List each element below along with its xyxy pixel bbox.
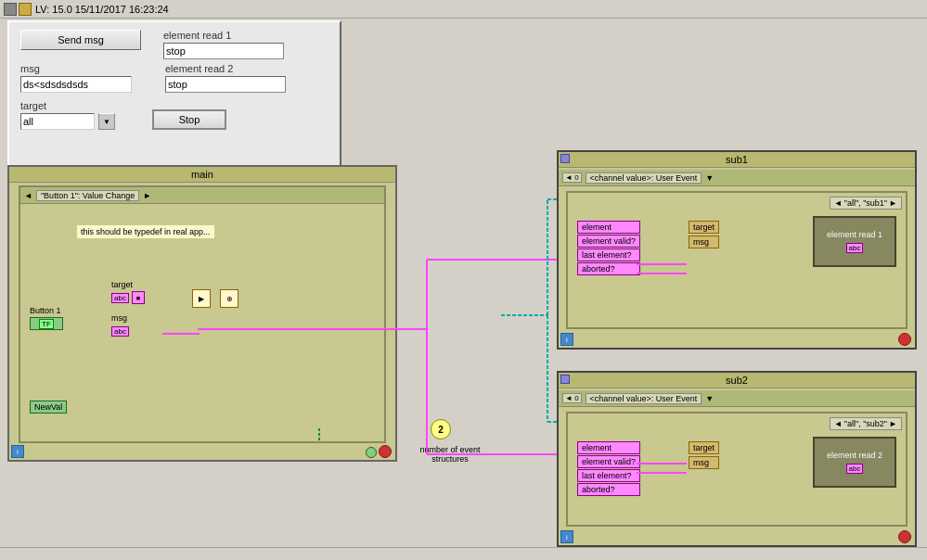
main-stop-indicator [379,445,392,458]
num-label: number of event structures [408,445,492,464]
target-abc-node: abc ■ [111,291,145,304]
send-msg-button[interactable]: Send msg [20,30,141,50]
sub1-event-header: ◄ 0 <channel value>: User Event ▼ [559,170,915,186]
sub2-info-icon[interactable]: i [560,530,573,543]
event-arrow-left[interactable]: ◄ [24,191,32,200]
msg-input[interactable] [20,76,132,93]
main-block: main ◄ "Button 1": Value Change ► this s… [7,165,397,462]
sub2-dropdown[interactable]: ▼ [705,394,714,403]
sub1-target-node: target [689,221,719,234]
sub2-element-group: element element valid? last element? abo… [577,441,640,496]
sub1-element-read-label: element read 1 [827,230,882,239]
sub1-stop-indicator [898,333,911,346]
sub2-element-read-vi: element read 2 abc [813,437,896,488]
event-arrow-right[interactable]: ► [143,191,151,200]
top-bar: LV: 15.0 15/11/2017 16:23:24 [0,0,927,19]
sub2-last-element-node: last element? [577,469,640,482]
msg-label: msg [20,63,132,74]
sub2-element-valid-node: element valid? [577,455,640,468]
sub1-dropdown[interactable]: ▼ [705,173,714,183]
vi-icon-2: ⊕ [220,289,238,308]
sub1-element-node: element [577,221,640,234]
typedef-label: this should be typedef in real app... [76,224,215,239]
sub1-aborted-node: aborted? [577,262,640,275]
sub2-aborted-node: aborted? [577,483,640,496]
sub1-routing-arrow2: ► [889,198,897,208]
element-read1-input[interactable] [163,43,284,59]
event-struct-header: ◄ "Button 1": Value Change ► [20,187,384,204]
button1-label: Button 1 [30,306,61,315]
sub2-element-node: element [577,441,640,454]
sub1-title: sub1 [559,152,915,168]
sub2-block: sub2 ◄ 0 <channel value>: User Event ▼ ◄… [557,371,917,547]
sub2-event-header: ◄ 0 <channel value>: User Event ▼ [559,390,915,407]
target-node-label: target [111,280,133,289]
sub2-routing-header: ◄ "all", "sub2" ► [830,417,902,430]
sub1-block: sub1 ◄ 0 <channel value>: User Event ▼ ◄… [557,150,917,350]
msg-abc-node: abc [111,325,129,337]
sub1-channel-label: <channel value>: User Event [586,172,702,184]
sub2-target-node: target [689,441,719,454]
front-panel: Send msg element read 1 msg element read… [7,20,341,178]
sub2-corner-icon [560,375,570,384]
sub1-element-read-vi: element read 1 abc [813,216,896,267]
num-circle: 2 [431,419,451,439]
sub1-corner-icon [560,154,570,163]
sub1-last-element-node: last element? [577,248,640,261]
sub1-element-group: element element valid? last element? abo… [577,221,640,275]
main-inner-frame: ◄ "Button 1": Value Change ► this should… [19,185,386,443]
sub1-element-valid-node: element valid? [577,235,640,248]
stop-button[interactable]: Stop [152,109,226,130]
sub2-inner-frame: ◄ "all", "sub2" ► element element valid?… [566,412,908,527]
element-read2-label: element read 2 [165,63,286,74]
app-icon [4,3,32,16]
tf-indicator: TF [30,317,63,330]
num-event-structures-label: number of event structures [408,445,492,464]
target-dropdown-arrow[interactable]: ▼ [98,113,115,130]
main-info-icon[interactable]: i [11,445,24,458]
sub2-element-read-label: element read 2 [827,451,882,460]
element-read2-input[interactable] [165,76,286,93]
num-value: 2 [438,425,444,435]
sub2-target-msg-group: target msg [689,441,719,469]
main-block-title: main [9,167,395,183]
sub2-routing-label: "all", "sub2" [844,419,887,428]
newval-label: NewVal [30,401,67,414]
sub2-msg-node: msg [689,456,719,469]
main-loop-indicator [366,447,377,458]
sub2-channel-label: <channel value>: User Event [586,393,702,404]
status-bar [0,547,927,560]
sub1-inner-frame: ◄ "all", "sub1" ► element element valid?… [566,191,908,329]
vi-icon-1: ▶ [192,289,211,308]
sub1-msg-node: msg [689,235,719,248]
msg-node-label: msg [111,313,127,323]
event-label: "Button 1": Value Change [36,190,139,201]
sub2-stop-indicator [898,530,911,543]
sub1-info-icon[interactable]: i [560,333,573,346]
top-bar-title: LV: 15.0 15/11/2017 16:23:24 [35,4,169,15]
sub1-routing-label: "all", "sub1" [844,198,887,208]
sub1-routing-header: ◄ "all", "sub1" ► [830,197,902,210]
sub1-target-msg-group: target msg [689,221,719,248]
element-read1-label: element read 1 [163,30,284,41]
sub2-title: sub2 [559,373,915,388]
sub1-routing-arrow: ◄ [834,198,843,208]
target-label: target [20,100,115,111]
target-input[interactable] [20,113,95,130]
